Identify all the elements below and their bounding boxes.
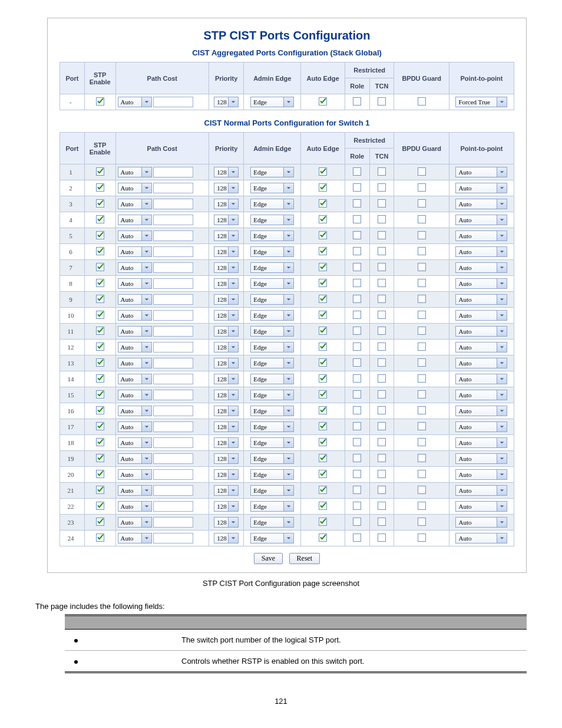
- stp-enable-checkbox[interactable]: [96, 390, 104, 398]
- auto-edge-checkbox[interactable]: [319, 358, 327, 367]
- restricted-tcn-checkbox[interactable]: [378, 533, 386, 542]
- stp-enable-checkbox[interactable]: [96, 518, 104, 526]
- restricted-role-checkbox[interactable]: [353, 215, 361, 223]
- restricted-role-checkbox[interactable]: [353, 342, 361, 351]
- priority-select[interactable]: 128: [214, 453, 239, 464]
- path-cost-mode-select[interactable]: Auto: [118, 278, 152, 289]
- point-to-point-select[interactable]: Auto: [455, 406, 507, 416]
- auto-edge-checkbox[interactable]: [319, 263, 327, 271]
- restricted-tcn-checkbox[interactable]: [378, 199, 386, 207]
- restricted-tcn-checkbox[interactable]: [378, 215, 386, 223]
- path-cost-mode-select[interactable]: Auto: [118, 294, 152, 305]
- point-to-point-select[interactable]: Auto: [455, 437, 507, 448]
- point-to-point-select[interactable]: Auto: [455, 294, 507, 305]
- restricted-tcn-checkbox[interactable]: [378, 518, 386, 526]
- bpdu-guard-checkbox[interactable]: [418, 470, 426, 478]
- admin-edge-select[interactable]: Edge: [250, 358, 294, 368]
- stp-enable-checkbox[interactable]: [96, 167, 104, 176]
- auto-edge-checkbox[interactable]: [319, 183, 327, 192]
- priority-select[interactable]: 128: [214, 469, 239, 480]
- restricted-role-checkbox[interactable]: [353, 470, 361, 478]
- path-cost-value-input[interactable]: [153, 199, 193, 209]
- stp-enable-checkbox[interactable]: [96, 199, 104, 207]
- path-cost-mode-select[interactable]: Auto: [118, 533, 152, 543]
- bpdu-guard-checkbox[interactable]: [418, 454, 426, 462]
- stp-enable-checkbox[interactable]: [96, 502, 104, 510]
- admin-edge-select[interactable]: Edge: [250, 437, 294, 448]
- admin-edge-select[interactable]: Edge: [250, 533, 294, 543]
- point-to-point-select[interactable]: Auto: [455, 533, 507, 543]
- admin-edge-select[interactable]: Edge: [250, 326, 294, 337]
- stp-enable-checkbox[interactable]: [96, 374, 104, 383]
- path-cost-value-input[interactable]: [153, 262, 193, 273]
- path-cost-value-input[interactable]: [153, 326, 193, 337]
- path-cost-mode-select[interactable]: Auto: [118, 199, 152, 209]
- point-to-point-select[interactable]: Auto: [455, 390, 507, 400]
- auto-edge-checkbox[interactable]: [319, 486, 327, 494]
- restricted-tcn-checkbox[interactable]: [378, 454, 386, 462]
- auto-edge-checkbox[interactable]: [319, 231, 327, 239]
- priority-select[interactable]: 128: [214, 294, 239, 305]
- path-cost-value-input[interactable]: [153, 278, 193, 289]
- stp-enable-checkbox[interactable]: [96, 279, 104, 287]
- point-to-point-select[interactable]: Auto: [455, 262, 507, 273]
- restricted-tcn-checkbox[interactable]: [378, 279, 386, 287]
- bpdu-guard-checkbox[interactable]: [418, 390, 426, 398]
- priority-select[interactable]: 128: [214, 97, 239, 107]
- path-cost-mode-select[interactable]: Auto: [118, 246, 152, 257]
- auto-edge-checkbox[interactable]: [319, 518, 327, 526]
- point-to-point-select[interactable]: Auto: [455, 421, 507, 432]
- reset-button[interactable]: Reset: [289, 553, 320, 564]
- admin-edge-select[interactable]: Edge: [250, 406, 294, 416]
- stp-enable-checkbox[interactable]: [96, 342, 104, 351]
- path-cost-value-input[interactable]: [153, 501, 193, 512]
- stp-enable-checkbox[interactable]: [96, 422, 104, 430]
- path-cost-value-input[interactable]: [153, 342, 193, 353]
- bpdu-guard-checkbox[interactable]: [418, 311, 426, 319]
- admin-edge-select[interactable]: Edge: [250, 230, 294, 241]
- bpdu-guard-checkbox[interactable]: [418, 167, 426, 176]
- point-to-point-select[interactable]: Auto: [455, 278, 507, 289]
- path-cost-mode-select[interactable]: Auto: [118, 167, 152, 177]
- point-to-point-select[interactable]: Auto: [455, 215, 507, 225]
- admin-edge-select[interactable]: Edge: [250, 453, 294, 464]
- path-cost-value-input[interactable]: [153, 167, 193, 177]
- path-cost-mode-select[interactable]: Auto: [118, 183, 152, 193]
- point-to-point-select[interactable]: Auto: [455, 358, 507, 368]
- path-cost-value-input[interactable]: [153, 485, 193, 496]
- auto-edge-checkbox[interactable]: [319, 533, 327, 542]
- admin-edge-select[interactable]: Edge: [250, 469, 294, 480]
- bpdu-guard-checkbox[interactable]: [418, 422, 426, 430]
- point-to-point-select[interactable]: Auto: [455, 310, 507, 321]
- path-cost-mode-select[interactable]: Auto: [118, 437, 152, 448]
- bpdu-guard-checkbox[interactable]: [418, 97, 426, 106]
- priority-select[interactable]: 128: [214, 421, 239, 432]
- path-cost-mode-select[interactable]: Auto: [118, 230, 152, 241]
- restricted-tcn-checkbox[interactable]: [378, 390, 386, 398]
- restricted-tcn-checkbox[interactable]: [378, 502, 386, 510]
- admin-edge-select[interactable]: Edge: [250, 97, 294, 107]
- priority-select[interactable]: 128: [214, 215, 239, 225]
- restricted-role-checkbox[interactable]: [353, 486, 361, 494]
- admin-edge-select[interactable]: Edge: [250, 501, 294, 512]
- bpdu-guard-checkbox[interactable]: [418, 342, 426, 351]
- point-to-point-select[interactable]: Auto: [455, 501, 507, 512]
- path-cost-value-input[interactable]: [153, 374, 193, 384]
- path-cost-mode-select[interactable]: Auto: [118, 421, 152, 432]
- stp-enable-checkbox[interactable]: [96, 454, 104, 462]
- restricted-tcn-checkbox[interactable]: [378, 327, 386, 335]
- bpdu-guard-checkbox[interactable]: [418, 231, 426, 239]
- priority-select[interactable]: 128: [214, 501, 239, 512]
- auto-edge-checkbox[interactable]: [319, 470, 327, 478]
- priority-select[interactable]: 128: [214, 278, 239, 289]
- restricted-role-checkbox[interactable]: [353, 167, 361, 176]
- restricted-tcn-checkbox[interactable]: [378, 231, 386, 239]
- bpdu-guard-checkbox[interactable]: [418, 518, 426, 526]
- auto-edge-checkbox[interactable]: [319, 342, 327, 351]
- restricted-role-checkbox[interactable]: [353, 406, 361, 414]
- path-cost-mode-select[interactable]: Auto: [118, 326, 152, 337]
- restricted-tcn-checkbox[interactable]: [378, 374, 386, 383]
- path-cost-mode-select[interactable]: Auto: [118, 485, 152, 496]
- priority-select[interactable]: 128: [214, 374, 239, 384]
- bpdu-guard-checkbox[interactable]: [418, 183, 426, 192]
